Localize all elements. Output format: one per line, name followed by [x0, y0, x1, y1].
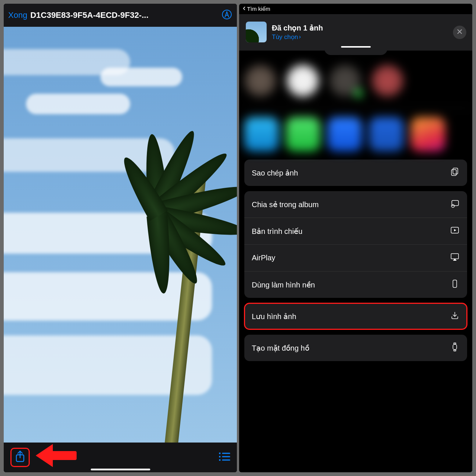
svg-rect-7 [222, 459, 230, 460]
shared-album-icon [450, 199, 460, 210]
selection-thumbnail[interactable] [246, 22, 267, 42]
action-share-in-album[interactable]: Chia sẻ trong album [244, 191, 467, 218]
back-label[interactable]: Tìm kiếm [247, 6, 270, 12]
app-icon[interactable] [328, 117, 362, 151]
viewer-bottombar [4, 443, 237, 472]
svg-rect-10 [452, 200, 459, 206]
svg-rect-14 [453, 280, 457, 287]
svg-point-6 [219, 459, 221, 461]
share-targets-blurred [239, 58, 472, 157]
action-slideshow[interactable]: Bản trình chiếu [244, 218, 467, 244]
action-save-image[interactable]: Lưu hình ảnh [244, 303, 467, 329]
photo-viewer-screen: Xong D1C39E83-9F5A-4ECD-9F32-... [4, 4, 237, 472]
svg-rect-8 [453, 168, 458, 174]
contact-avatar[interactable] [287, 65, 319, 97]
app-icon[interactable] [244, 117, 279, 151]
action-airplay[interactable]: AirPlay [244, 244, 467, 271]
options-link[interactable]: Tùy chọn › [272, 33, 323, 41]
share-icon[interactable] [15, 450, 25, 464]
action-create-watchface[interactable]: Tạo mặt đồng hồ [244, 335, 467, 361]
play-rect-icon [450, 225, 460, 237]
watch-icon [450, 342, 460, 354]
done-button[interactable]: Xong [8, 10, 27, 20]
annotation-arrow [36, 447, 77, 464]
list-icon[interactable] [218, 452, 230, 463]
svg-rect-16 [454, 343, 456, 344]
svg-rect-13 [451, 254, 459, 259]
grabber-notch [239, 51, 472, 58]
home-indicator[interactable] [91, 469, 150, 470]
status-bar: ‹ Tìm kiếm [239, 4, 472, 14]
back-chevron-icon[interactable]: ‹ [243, 6, 245, 12]
action-copy-photo[interactable]: Sao chép ảnh [244, 160, 467, 186]
svg-rect-17 [454, 350, 456, 351]
viewer-topbar: Xong D1C39E83-9F5A-4ECD-9F32-... [4, 4, 237, 27]
contacts-row[interactable] [244, 63, 472, 108]
svg-point-2 [219, 453, 221, 454]
svg-rect-15 [453, 344, 457, 350]
action-set-wallpaper[interactable]: Dùng làm hình nền [244, 271, 467, 298]
file-title: D1C39E83-9F5A-4ECD-9F32-... [30, 10, 218, 20]
share-sheet-screen: ‹ Tìm kiếm Đã chọn 1 ảnh Tùy chọn › [239, 4, 472, 472]
close-button[interactable] [453, 26, 466, 39]
phone-rect-icon [450, 279, 460, 290]
photo-canvas[interactable] [4, 27, 237, 443]
copy-icon [450, 167, 460, 178]
action-save-image-highlight: Lưu hình ảnh [244, 303, 467, 329]
chevron-right-icon: › [299, 33, 301, 41]
share-button-highlight [10, 448, 30, 467]
download-icon [450, 311, 460, 322]
markup-icon[interactable] [221, 9, 232, 22]
airplay-icon [450, 252, 460, 264]
action-list: Sao chép ảnh Chia sẻ trong album Bản trì… [239, 157, 472, 366]
selection-title: Đã chọn 1 ảnh [272, 23, 323, 32]
svg-point-11 [451, 205, 454, 208]
svg-point-4 [219, 456, 221, 457]
svg-rect-3 [222, 453, 230, 454]
close-icon [457, 29, 463, 36]
app-icon[interactable] [411, 117, 445, 151]
contact-avatar[interactable] [329, 65, 361, 97]
contact-avatar[interactable] [372, 65, 403, 97]
app-icon[interactable] [286, 117, 320, 151]
palm-tree-fronds [136, 123, 237, 280]
apps-row[interactable] [244, 108, 472, 151]
svg-rect-5 [222, 456, 230, 457]
svg-rect-9 [451, 170, 456, 176]
contact-avatar[interactable] [244, 65, 276, 97]
app-icon[interactable] [369, 117, 403, 151]
